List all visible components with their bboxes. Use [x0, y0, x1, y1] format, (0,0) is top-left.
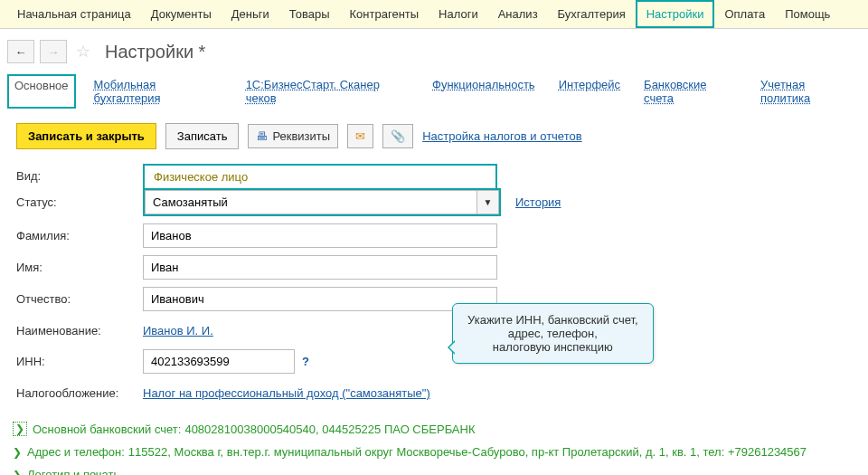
topnav-item-4[interactable]: Контрагенты [340, 1, 429, 27]
printer-icon: 🖶 [256, 129, 268, 143]
naming-link[interactable]: Иванов И. И. [143, 324, 213, 337]
subtabs: ОсновноеМобильная бухгалтерия1С:БизнесСт… [0, 69, 868, 118]
toolbar: ← → ☆ Настройки * [0, 29, 868, 69]
chevron-right-icon: ❯ [13, 469, 22, 476]
topnav-item-2[interactable]: Деньги [222, 1, 279, 27]
top-nav: Начальная страницаДокументыДеньгиТоварыК… [0, 0, 868, 29]
lastname-label: Фамилия: [16, 229, 143, 242]
status-label: Статус: [16, 195, 143, 209]
subtab-3[interactable]: Функциональность [427, 74, 541, 109]
firstname-label: Имя: [16, 261, 143, 274]
props-button[interactable]: 🖶 Реквизиты [248, 124, 338, 148]
save-close-button[interactable]: Записать и закрыть [16, 123, 156, 149]
expand-item-1[interactable]: ❯Адрес и телефон:115522, Москва г, вн.те… [13, 441, 861, 463]
subtab-0[interactable]: Основное [7, 74, 76, 109]
help-icon[interactable]: ? [302, 355, 309, 368]
vid-label: Вид: [16, 169, 143, 183]
expand-list: ❯Основной банковский счет:40802810038000… [0, 412, 868, 475]
envelope-icon: ✉ [355, 129, 365, 143]
inn-label: ИНН: [16, 355, 143, 368]
patronymic-input[interactable] [143, 287, 497, 311]
topnav-item-7[interactable]: Бухгалтерия [548, 1, 636, 27]
inn-input[interactable] [143, 349, 295, 374]
mail-button[interactable]: ✉ [347, 124, 373, 148]
form: Вид: Физическое лицо Статус: ▼ История Ф… [0, 160, 868, 404]
naming-label: Наименование: [16, 324, 143, 337]
page-title: Настройки * [105, 42, 205, 62]
subtab-2[interactable]: 1С:БизнесСтарт. Сканер чеков [241, 74, 414, 109]
expand-item-0[interactable]: ❯Основной банковский счет:40802810038000… [13, 417, 861, 441]
subtab-6[interactable]: Учетная политика [755, 74, 861, 109]
topnav-item-5[interactable]: Налоги [429, 1, 488, 27]
subtab-1[interactable]: Мобильная бухгалтерия [89, 74, 228, 109]
topnav-item-8[interactable]: Настройки [636, 0, 715, 28]
vid-value: Физическое лицо [145, 166, 495, 188]
topnav-item-3[interactable]: Товары [279, 1, 340, 27]
forward-button: → [40, 40, 67, 63]
subtab-5[interactable]: Банковские счета [638, 74, 742, 109]
patronymic-label: Отчество: [16, 292, 143, 306]
chevron-right-icon: ❯ [13, 446, 22, 459]
status-input[interactable] [145, 190, 477, 214]
lastname-input[interactable] [143, 223, 497, 248]
taxation-link[interactable]: Налог на профессиональный доход ("самоза… [143, 386, 430, 400]
action-bar: Записать и закрыть Записать 🖶 Реквизиты … [0, 118, 868, 160]
star-icon[interactable]: ☆ [76, 42, 90, 62]
taxation-label: Налогообложение: [16, 386, 143, 400]
chevron-right-icon: ❯ [13, 422, 27, 436]
subtab-4[interactable]: Интерфейс [553, 74, 626, 109]
tax-settings-link[interactable]: Настройка налогов и отчетов [422, 129, 581, 143]
topnav-item-9[interactable]: Оплата [714, 1, 775, 27]
topnav-item-1[interactable]: Документы [141, 1, 222, 27]
chevron-down-icon[interactable]: ▼ [477, 190, 499, 214]
paperclip-icon: 📎 [391, 129, 405, 143]
topnav-item-10[interactable]: Помощь [775, 1, 840, 27]
save-button[interactable]: Записать [165, 123, 240, 149]
history-link[interactable]: История [515, 195, 561, 209]
back-button[interactable]: ← [7, 40, 34, 63]
hint-callout: Укажите ИНН, банковский счет, адрес, тел… [452, 303, 654, 364]
status-select[interactable]: ▼ [145, 190, 499, 214]
attach-button[interactable]: 📎 [382, 124, 413, 148]
firstname-input[interactable] [143, 255, 497, 280]
topnav-item-6[interactable]: Анализ [488, 1, 548, 27]
topnav-item-0[interactable]: Начальная страница [7, 1, 141, 27]
expand-item-2[interactable]: ❯Логотип и печать [13, 463, 861, 475]
